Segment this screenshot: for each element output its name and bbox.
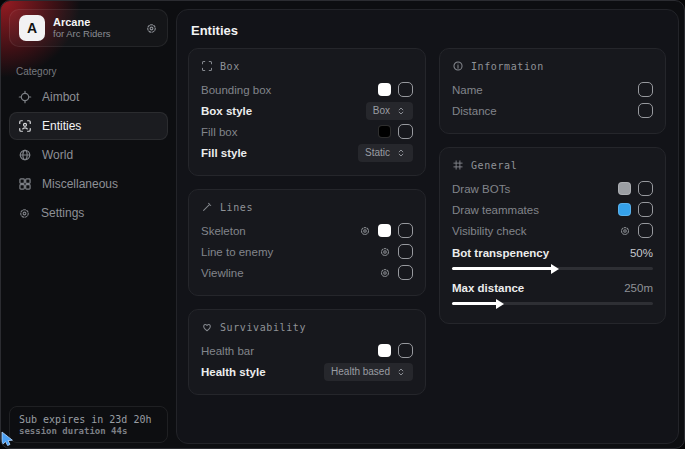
slider-row-max-distance: Max distance250m [452,278,653,311]
setting-row-distance: Distance [452,100,653,121]
color-swatch-draw-teammates[interactable] [618,203,631,216]
select-value: Static [365,147,390,158]
category-label: Category [1,55,176,83]
section-title: Box [220,61,240,72]
heart-icon [201,321,213,333]
gear-icon[interactable] [359,225,371,237]
section-header: Lines [201,201,413,213]
setting-label-draw-bots: Draw BOTs [452,183,510,195]
section-header: Information [452,60,653,72]
sidebar-item-settings[interactable]: Settings [9,199,168,227]
settings-column: BoxBounding boxBox styleBoxFill boxFill … [188,48,426,395]
section-header: General [452,159,653,171]
sidebar-item-entities[interactable]: Entities [9,112,168,140]
setting-label-health-style: Health style [201,366,266,378]
slider-value-max-distance: 250m [624,282,653,294]
slider-max-distance[interactable] [452,302,653,305]
section-header: Survivability [201,321,413,333]
crop-icon [201,60,213,72]
checkbox-visibility-check[interactable] [638,223,653,238]
section-information: InformationNameDistance [439,48,666,134]
setting-row-name: Name [452,79,653,100]
chevrons-up-down-icon [396,106,406,116]
sidebar-item-miscellaneous[interactable]: Miscellaneous [9,170,168,198]
section-title: Information [471,61,544,72]
checkbox-fill-box[interactable] [398,124,413,139]
setting-row-health-style: Health styleHealth based [201,361,413,382]
globe-icon [18,148,32,162]
color-swatch-skeleton[interactable] [378,224,391,237]
settings-column: InformationNameDistanceGeneralDraw BOTsD… [439,48,666,324]
setting-label-bot-transpenency: Bot transpenency [452,247,549,259]
sidebar-item-label: Miscellaneous [42,177,118,191]
select-value: Box [373,105,390,116]
setting-row-draw-teammates: Draw teammates [452,199,653,220]
sidebar: A Arcane for Arc Riders Category AimbotE… [1,1,176,448]
gear-icon [18,207,31,220]
checkbox-draw-teammates[interactable] [638,202,653,217]
sidebar-nav: AimbotEntitiesWorldMiscellaneousSettings [1,83,176,227]
slider-bot-transpenency[interactable] [452,267,653,270]
sidebar-item-label: Aimbot [42,90,79,104]
section-survivability: SurvivabilityHealth barHealth styleHealt… [188,309,426,395]
color-swatch-health-bar[interactable] [378,344,391,357]
page-title: Entities [177,10,678,38]
gear-icon[interactable] [145,22,158,35]
checkbox-distance[interactable] [638,103,653,118]
setting-row-viewline: Viewline [201,262,413,283]
setting-row-bounding-box: Bounding box [201,79,413,100]
slider-row-bot-transpenency: Bot transpenency50% [452,243,653,276]
setting-label-visibility-check: Visibility check [452,225,527,237]
slider-thumb[interactable] [496,299,504,309]
sidebar-item-label: Entities [42,119,81,133]
setting-label-health-bar: Health bar [201,345,254,357]
app-subtitle: for Arc Riders [53,29,137,40]
sub-expiry-text: Sub expires in 23d 20h [19,414,158,425]
setting-label-name: Name [452,84,483,96]
info-icon [452,60,464,72]
color-swatch-draw-bots[interactable] [618,182,631,195]
setting-row-line-to-enemy: Line to enemy [201,241,413,262]
setting-row-fill-box: Fill box [201,121,413,142]
app-title: Arcane [53,16,137,29]
sidebar-item-world[interactable]: World [9,141,168,169]
subscription-card: Sub expires in 23d 20h session duration … [9,406,168,443]
grid-icon [452,159,464,171]
checkbox-skeleton[interactable] [398,223,413,238]
gear-icon[interactable] [619,225,631,237]
section-general: GeneralDraw BOTsDraw teammatesVisibility… [439,147,666,324]
checkbox-health-bar[interactable] [398,343,413,358]
session-duration-text: session duration 44s [19,426,158,436]
color-swatch-bounding-box[interactable] [378,83,391,96]
checkbox-name[interactable] [638,82,653,97]
section-title: General [471,160,517,171]
checkbox-bounding-box[interactable] [398,82,413,97]
setting-row-skeleton: Skeleton [201,220,413,241]
select-health-style[interactable]: Health based [324,363,413,381]
setting-label-fill-style: Fill style [201,147,247,159]
sidebar-item-aimbot[interactable]: Aimbot [9,83,168,111]
select-box-style[interactable]: Box [366,102,413,120]
checkbox-draw-bots[interactable] [638,181,653,196]
settings-columns: BoxBounding boxBox styleBoxFill boxFill … [177,38,678,395]
section-title: Lines [220,202,253,213]
gear-icon[interactable] [379,246,391,258]
setting-row-fill-style: Fill styleStatic [201,142,413,163]
logo-card: A Arcane for Arc Riders [9,9,168,47]
crosshair-icon [18,90,32,104]
color-swatch-fill-box[interactable] [378,125,391,138]
select-fill-style[interactable]: Static [358,144,413,162]
setting-label-distance: Distance [452,105,497,117]
app-window: A Arcane for Arc Riders Category AimbotE… [0,0,685,449]
slider-thumb[interactable] [551,264,559,274]
sidebar-item-label: World [42,148,73,162]
setting-row-health-bar: Health bar [201,340,413,361]
section-box: BoxBounding boxBox styleBoxFill boxFill … [188,48,426,176]
setting-label-box-style: Box style [201,105,252,117]
setting-label-max-distance: Max distance [452,282,524,294]
setting-label-skeleton: Skeleton [201,225,246,237]
checkbox-line-to-enemy[interactable] [398,244,413,259]
gear-icon[interactable] [379,267,391,279]
checkbox-viewline[interactable] [398,265,413,280]
setting-label-draw-teammates: Draw teammates [452,204,539,216]
